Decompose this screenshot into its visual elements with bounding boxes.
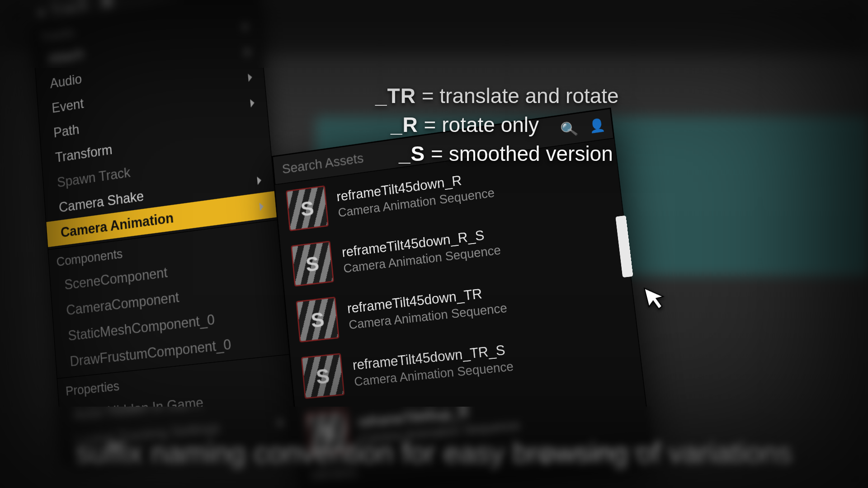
sequence-thumbnail-icon: S bbox=[291, 241, 334, 287]
caption: suffix naming convention for easy browsi… bbox=[0, 436, 868, 470]
suffix-legend: _TR = translate and rotate _R = rotate o… bbox=[375, 81, 619, 168]
plus-icon: + bbox=[36, 2, 47, 22]
left-detail-panel: 2.8 35.0 Settings) 1153.01037 -2.290063 … bbox=[0, 55, 17, 415]
sequence-thumbnail-icon: S bbox=[286, 185, 329, 231]
numeric-field[interactable]: 1153.01037 bbox=[0, 140, 1, 178]
sequence-thumbnail-icon: S bbox=[296, 297, 339, 343]
track-button-label: Track bbox=[49, 0, 88, 20]
record-icon: ▣ bbox=[99, 0, 115, 11]
add-track-context-menu: Tracks Attach Audio Event Path Transform… bbox=[33, 0, 297, 461]
sequence-thumbnail-icon: S bbox=[301, 353, 345, 399]
